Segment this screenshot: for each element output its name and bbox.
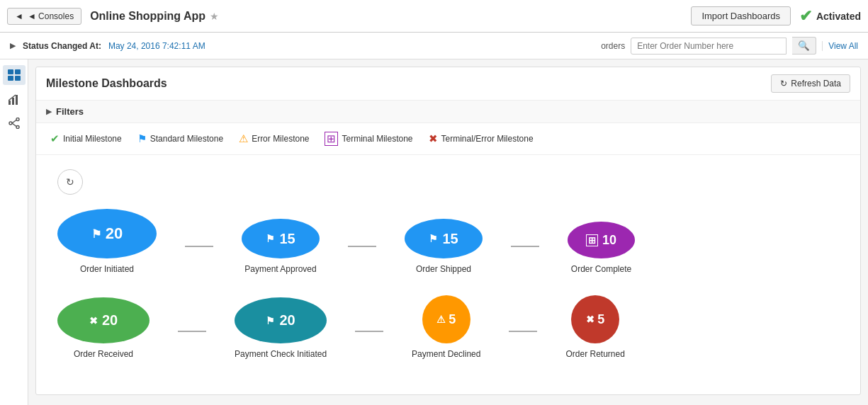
legend-item-standard: ⚑ Standard Milestone	[137, 132, 223, 145]
order-received-count: 20	[102, 312, 118, 329]
main-layout: Milestone Dashboards ↻ Refresh Data ▶ Fi…	[0, 59, 868, 405]
order-returned-count: 5	[597, 312, 604, 327]
x-icon: ✖	[586, 314, 594, 325]
standard-milestone-icon: ⚑	[137, 132, 147, 145]
svg-line-10	[12, 120, 16, 124]
flag-icon-3: ⚑	[429, 233, 438, 244]
svg-rect-5	[12, 98, 14, 105]
milestone-node-payment-declined[interactable]: ⚠ 5 Payment Declined	[412, 295, 480, 359]
back-arrow-icon: ◄	[15, 11, 23, 21]
svg-point-7	[16, 118, 19, 121]
status-changed-value: May 24, 2016 7:42:11 AM	[108, 41, 205, 51]
legend: ✔ Initial Milestone ⚑ Standard Milestone…	[36, 123, 860, 155]
terminal-icon: ⊞	[586, 234, 598, 246]
flag-icon: ⚑	[91, 227, 101, 241]
svg-rect-6	[16, 95, 18, 105]
svg-rect-0	[8, 69, 13, 74]
activated-label: Activated	[816, 11, 861, 22]
cross-icon: ✖	[89, 315, 98, 326]
payment-declined-label: Payment Declined	[412, 349, 480, 359]
legend-item-terminal: ⊞ Terminal Milestone	[325, 132, 412, 146]
activated-badge: ✔ Activated	[799, 7, 861, 25]
order-shipped-count: 15	[442, 231, 458, 247]
milestone-row-1: ⚑ 20 Order Initiated ⚑ 15 Payment Approv…	[57, 209, 839, 274]
status-bar: ▶ Status Changed At: May 24, 2016 7:42:1…	[0, 33, 868, 59]
status-bar-right: orders 🔍 View All	[601, 37, 858, 55]
svg-rect-4	[9, 101, 11, 105]
order-search-input[interactable]	[631, 38, 787, 55]
app-title: Online Shopping App	[90, 10, 205, 23]
sidebar-icon-chart[interactable]	[3, 89, 26, 109]
connector-6	[509, 331, 537, 332]
milestone-node-payment-approved[interactable]: ⚑ 15 Payment Approved	[242, 219, 320, 274]
legend-item-terminal-error: ✖ Terminal/Error Milestone	[429, 132, 534, 145]
connector-3	[511, 246, 539, 247]
legend-item-initial: ✔ Initial Milestone	[50, 132, 122, 145]
sidebar-icon-dashboard[interactable]	[3, 65, 26, 85]
warning-icon: ⚠	[436, 314, 446, 325]
flag-icon-2: ⚑	[266, 233, 275, 244]
refresh-data-button[interactable]: ↻ Refresh Data	[771, 74, 850, 93]
payment-approved-label: Payment Approved	[244, 264, 316, 274]
legend-terminal-error-label: Terminal/Error Milestone	[441, 134, 534, 144]
dashboard-panel: Milestone Dashboards ↻ Refresh Data ▶ Fi…	[35, 67, 861, 395]
svg-point-9	[9, 122, 12, 125]
milestone-node-order-initiated[interactable]: ⚑ 20 Order Initiated	[57, 209, 157, 274]
milestone-row-2: ✖ 20 Order Received ⚑ 20 Payment Check I…	[57, 295, 839, 359]
legend-item-error: ⚠ Error Milestone	[239, 132, 309, 145]
initial-milestone-icon: ✔	[50, 132, 60, 145]
sidebar	[0, 59, 28, 405]
legend-initial-label: Initial Milestone	[63, 134, 122, 144]
search-icon: 🔍	[798, 40, 810, 51]
consoles-label: ◄ Consoles	[28, 11, 74, 21]
order-received-label: Order Received	[74, 349, 133, 359]
mini-refresh-button[interactable]: ↻	[57, 169, 83, 195]
terminal-error-milestone-icon: ✖	[429, 132, 438, 145]
milestone-node-payment-check-initiated[interactable]: ⚑ 20 Payment Check Initiated	[235, 297, 327, 359]
svg-rect-2	[8, 76, 13, 81]
favorite-star-icon[interactable]: ★	[210, 11, 219, 22]
order-initiated-label: Order Initiated	[80, 264, 134, 274]
check-icon: ✔	[799, 7, 812, 25]
milestone-node-order-returned[interactable]: ✖ 5 Order Returned	[565, 295, 624, 359]
legend-error-label: Error Milestone	[252, 134, 309, 144]
payment-declined-count: 5	[449, 312, 456, 327]
consoles-button[interactable]: ◄ ◄ Consoles	[7, 8, 81, 25]
dashboard-title: Milestone Dashboards	[46, 77, 167, 90]
top-bar-right: Import Dashboards ✔ Activated	[691, 6, 861, 25]
import-dashboards-button[interactable]: Import Dashboards	[691, 6, 791, 25]
refresh-icon: ↻	[780, 79, 787, 89]
payment-check-label: Payment Check Initiated	[235, 349, 327, 359]
filters-label: Filters	[56, 106, 84, 117]
milestone-node-order-shipped[interactable]: ⚑ 15 Order Shipped	[405, 219, 483, 274]
connector-5	[355, 331, 383, 332]
connector-4	[178, 331, 206, 332]
legend-terminal-label: Terminal Milestone	[342, 134, 412, 144]
filters-expand-icon: ▶	[46, 107, 52, 116]
order-complete-label: Order Complete	[571, 264, 631, 274]
dashboard-header: Milestone Dashboards ↻ Refresh Data	[36, 67, 860, 101]
flag-icon-4: ⚑	[266, 315, 275, 326]
milestone-node-order-complete[interactable]: ⊞ 10 Order Complete	[568, 222, 635, 274]
expand-arrow-icon[interactable]: ▶	[10, 41, 16, 50]
order-complete-count: 10	[602, 233, 616, 248]
svg-line-11	[12, 123, 16, 127]
order-shipped-label: Order Shipped	[416, 264, 471, 274]
connector-1	[185, 246, 213, 247]
terminal-milestone-icon: ⊞	[325, 132, 338, 146]
milestone-node-order-received[interactable]: ✖ 20 Order Received	[57, 297, 150, 359]
svg-rect-3	[15, 76, 21, 81]
svg-point-8	[16, 126, 19, 129]
payment-check-count: 20	[279, 312, 295, 329]
filters-bar[interactable]: ▶ Filters	[36, 101, 860, 123]
order-returned-label: Order Returned	[565, 349, 624, 359]
payment-approved-count: 15	[279, 231, 295, 247]
svg-rect-1	[15, 69, 21, 74]
milestones-area: ↻ ⚑ 20 Order Initiated ⚑ 15	[36, 155, 860, 394]
top-bar: ◄ ◄ Consoles Online Shopping App ★ Impor…	[0, 0, 868, 33]
refresh-label: Refresh Data	[791, 79, 841, 89]
search-button[interactable]: 🔍	[792, 37, 816, 55]
sidebar-icon-share[interactable]	[3, 113, 26, 133]
legend-standard-label: Standard Milestone	[150, 134, 223, 144]
view-all-link[interactable]: View All	[822, 41, 858, 51]
